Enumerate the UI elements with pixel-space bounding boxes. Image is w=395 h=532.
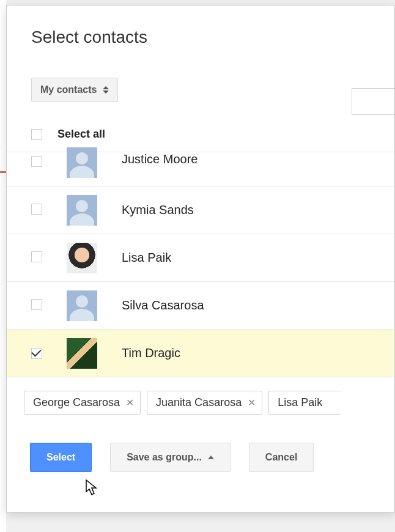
contact-row[interactable]: Tim Dragic xyxy=(7,330,394,377)
select-button[interactable]: Select xyxy=(30,443,92,472)
contact-name: Tim Dragic xyxy=(122,346,180,360)
dropdown-label: My contacts xyxy=(40,84,97,95)
contact-row[interactable]: Silva Casarosa xyxy=(7,282,394,330)
contact-name: Kymia Sands xyxy=(122,203,194,217)
button-label: Cancel xyxy=(265,452,297,463)
avatar xyxy=(67,338,97,369)
contact-row[interactable]: Lisa Paik xyxy=(7,234,394,282)
select-contacts-dialog: Select contacts My contacts Select all J… xyxy=(6,5,395,512)
contact-list: Justice Moore Kymia Sands Lisa Paik Silv… xyxy=(7,152,394,377)
cancel-button[interactable]: Cancel xyxy=(249,443,314,472)
select-all-row: Select all xyxy=(7,102,394,152)
contact-checkbox[interactable] xyxy=(31,299,42,310)
avatar xyxy=(67,195,97,226)
background-app xyxy=(0,0,6,532)
contact-chip[interactable]: Lisa Paik xyxy=(268,391,341,415)
contact-chip[interactable]: Juanita Casarosa ✕ xyxy=(147,391,262,415)
sort-icon xyxy=(103,86,109,94)
avatar xyxy=(67,147,97,178)
select-all-checkbox[interactable] xyxy=(31,129,42,140)
contact-row[interactable]: Kymia Sands xyxy=(7,187,394,234)
chip-label: Juanita Casarosa xyxy=(156,396,242,409)
chip-label: George Casarosa xyxy=(33,396,120,409)
close-icon[interactable]: ✕ xyxy=(248,397,256,408)
avatar xyxy=(67,243,97,273)
button-label: Save as group... xyxy=(127,452,202,463)
controls-row: My contacts xyxy=(7,47,394,102)
select-all-label: Select all xyxy=(57,128,105,141)
chip-label: Lisa Paik xyxy=(278,396,322,409)
dialog-actions: Select Save as group... Cancel xyxy=(7,415,394,472)
save-as-group-button[interactable]: Save as group... xyxy=(110,443,231,472)
bg-accent xyxy=(0,171,6,173)
selected-contacts-chips: George Casarosa ✕ Juanita Casarosa ✕ Lis… xyxy=(7,377,394,415)
search-input[interactable] xyxy=(352,88,394,115)
contact-chip[interactable]: George Casarosa ✕ xyxy=(24,391,141,415)
button-label: Select xyxy=(46,452,75,463)
contact-name: Silva Casarosa xyxy=(122,298,204,312)
contact-checkbox[interactable] xyxy=(31,251,42,262)
contact-name: Lisa Paik xyxy=(122,251,171,265)
chevron-up-icon xyxy=(208,456,214,459)
contact-checkbox[interactable] xyxy=(31,156,42,167)
contact-row[interactable]: Justice Moore xyxy=(7,152,394,187)
contact-checkbox[interactable] xyxy=(31,348,42,359)
contact-checkbox[interactable] xyxy=(31,204,42,215)
avatar xyxy=(67,290,97,321)
contact-name: Justice Moore xyxy=(122,152,198,166)
contact-group-dropdown[interactable]: My contacts xyxy=(31,78,118,102)
dialog-title: Select contacts xyxy=(7,6,394,47)
close-icon[interactable]: ✕ xyxy=(126,397,134,408)
